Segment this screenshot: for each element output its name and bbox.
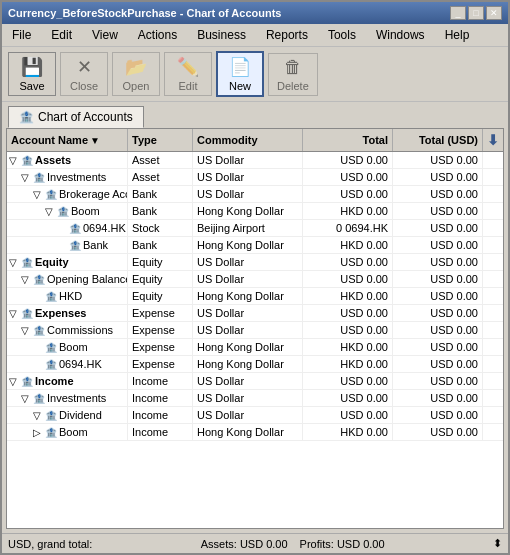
- account-name-cell: ▽ 🏦 Investments: [7, 390, 128, 406]
- account-icon: 🏦: [45, 291, 57, 302]
- minimize-button[interactable]: _: [450, 6, 466, 20]
- menu-tools[interactable]: Tools: [322, 26, 362, 44]
- account-icon: 🏦: [33, 172, 45, 183]
- expand-arrow[interactable]: ▽: [21, 325, 31, 336]
- table-row[interactable]: ▽ 🏦 Income Income US Dollar USD 0.00 USD…: [7, 373, 503, 390]
- account-name-text: Brokerage Account: [59, 188, 128, 200]
- window-controls: _ □ ✕: [450, 6, 502, 20]
- open-button[interactable]: 📂 Open: [112, 52, 160, 96]
- account-name-cell: 🏦 Bank: [7, 237, 128, 253]
- table-row[interactable]: ▽ 🏦 Investments Income US Dollar USD 0.0…: [7, 390, 503, 407]
- expand-arrow[interactable]: ▽: [9, 308, 19, 319]
- menu-view[interactable]: View: [86, 26, 124, 44]
- expand-arrow[interactable]: ▽: [9, 376, 19, 387]
- maximize-button[interactable]: □: [468, 6, 484, 20]
- row-action-cell: [483, 424, 503, 440]
- toolbar: 💾 Save ✕ Close 📂 Open ✏️ Edit 📄 New 🗑 De…: [2, 47, 508, 102]
- type-cell: Asset: [128, 169, 193, 185]
- account-name-cell: ▽ 🏦 Boom: [7, 203, 128, 219]
- table-row[interactable]: ▽ 🏦 Boom Bank Hong Kong Dollar HKD 0.00 …: [7, 203, 503, 220]
- expand-arrow[interactable]: ▷: [33, 427, 43, 438]
- table-row[interactable]: ▽ 🏦 Assets Asset US Dollar USD 0.00 USD …: [7, 152, 503, 169]
- total-cell: USD 0.00: [303, 322, 393, 338]
- table-body: ▽ 🏦 Assets Asset US Dollar USD 0.00 USD …: [7, 152, 503, 528]
- commodity-cell: Hong Kong Dollar: [193, 356, 303, 372]
- delete-icon: 🗑: [284, 57, 302, 78]
- total-usd-cell: USD 0.00: [393, 322, 483, 338]
- expand-arrow[interactable]: ▽: [21, 172, 31, 183]
- table-row[interactable]: ▽ 🏦 Dividend Income US Dollar USD 0.00 U…: [7, 407, 503, 424]
- table-row[interactable]: ▽ 🏦 Opening Balances Equity US Dollar US…: [7, 271, 503, 288]
- type-cell: Bank: [128, 237, 193, 253]
- content-area: Account Name ▼ Type Commodity Total Tota…: [6, 128, 504, 529]
- table-row[interactable]: ▽ 🏦 Brokerage Account Bank US Dollar USD…: [7, 186, 503, 203]
- table-row[interactable]: 🏦 HKD Equity Hong Kong Dollar HKD 0.00 U…: [7, 288, 503, 305]
- table-row[interactable]: ▽ 🏦 Expenses Expense US Dollar USD 0.00 …: [7, 305, 503, 322]
- account-name-text: Boom: [71, 205, 100, 217]
- type-cell: Equity: [128, 271, 193, 287]
- account-icon: 🏦: [45, 342, 57, 353]
- menu-reports[interactable]: Reports: [260, 26, 314, 44]
- menu-bar: File Edit View Actions Business Reports …: [2, 24, 508, 47]
- expand-arrow[interactable]: ▽: [21, 274, 31, 285]
- table-row[interactable]: ▽ 🏦 Equity Equity US Dollar USD 0.00 USD…: [7, 254, 503, 271]
- account-name-cell: 🏦 0694.HK: [7, 220, 128, 236]
- type-cell: Expense: [128, 356, 193, 372]
- table-row[interactable]: 🏦 0694.HK Stock Beijing Airport 0 0694.H…: [7, 220, 503, 237]
- table-row[interactable]: ▽ 🏦 Investments Asset US Dollar USD 0.00…: [7, 169, 503, 186]
- commodity-cell: Hong Kong Dollar: [193, 339, 303, 355]
- filter-icon[interactable]: ⬇: [487, 132, 499, 148]
- menu-help[interactable]: Help: [439, 26, 476, 44]
- total-cell: USD 0.00: [303, 373, 393, 389]
- header-filter[interactable]: ⬇: [483, 129, 503, 151]
- account-name-text: Commissions: [47, 324, 113, 336]
- account-icon: 🏦: [69, 240, 81, 251]
- type-cell: Income: [128, 424, 193, 440]
- table-row[interactable]: ▷ 🏦 Boom Income Hong Kong Dollar HKD 0.0…: [7, 424, 503, 441]
- expand-arrow[interactable]: ▽: [9, 257, 19, 268]
- total-cell: HKD 0.00: [303, 339, 393, 355]
- row-action-cell: [483, 322, 503, 338]
- menu-edit[interactable]: Edit: [45, 26, 78, 44]
- row-action-cell: [483, 203, 503, 219]
- save-button[interactable]: 💾 Save: [8, 52, 56, 96]
- close-button[interactable]: ✕ Close: [60, 52, 108, 96]
- row-action-cell: [483, 390, 503, 406]
- header-total: Total: [303, 129, 393, 151]
- account-name-text: Dividend: [59, 409, 102, 421]
- row-action-cell: [483, 254, 503, 270]
- account-name-cell: ▽ 🏦 Dividend: [7, 407, 128, 423]
- expand-arrow[interactable]: ▽: [45, 206, 55, 217]
- tab-chart-of-accounts[interactable]: 🏦 Chart of Accounts: [8, 106, 144, 128]
- expand-arrow[interactable]: ▽: [33, 189, 43, 200]
- status-bar: USD, grand total: Assets: USD 0.00 Profi…: [2, 533, 508, 553]
- expand-arrow[interactable]: ▽: [21, 393, 31, 404]
- expand-arrow[interactable]: ▽: [9, 155, 19, 166]
- total-cell: HKD 0.00: [303, 237, 393, 253]
- total-cell: USD 0.00: [303, 390, 393, 406]
- account-name-cell: ▽ 🏦 Assets: [7, 152, 128, 168]
- table-row[interactable]: 🏦 Bank Bank Hong Kong Dollar HKD 0.00 US…: [7, 237, 503, 254]
- edit-button[interactable]: ✏️ Edit: [164, 52, 212, 96]
- menu-windows[interactable]: Windows: [370, 26, 431, 44]
- row-action-cell: [483, 169, 503, 185]
- expand-arrow[interactable]: ▽: [33, 410, 43, 421]
- new-button[interactable]: 📄 New: [216, 51, 264, 97]
- account-icon: 🏦: [21, 308, 33, 319]
- table-row[interactable]: 🏦 0694.HK Expense Hong Kong Dollar HKD 0…: [7, 356, 503, 373]
- close-button[interactable]: ✕: [486, 6, 502, 20]
- delete-button[interactable]: 🗑 Delete: [268, 53, 318, 96]
- account-name-text: Boom: [59, 341, 88, 353]
- scroll-control[interactable]: ⬍: [493, 537, 502, 550]
- menu-actions[interactable]: Actions: [132, 26, 183, 44]
- table-row[interactable]: ▽ 🏦 Commissions Expense US Dollar USD 0.…: [7, 322, 503, 339]
- row-action-cell: [483, 220, 503, 236]
- menu-business[interactable]: Business: [191, 26, 252, 44]
- table-row[interactable]: 🏦 Boom Expense Hong Kong Dollar HKD 0.00…: [7, 339, 503, 356]
- total-usd-cell: USD 0.00: [393, 220, 483, 236]
- sort-icon[interactable]: ▼: [90, 135, 100, 146]
- commodity-cell: Hong Kong Dollar: [193, 203, 303, 219]
- open-label: Open: [123, 80, 150, 92]
- edit-label: Edit: [179, 80, 198, 92]
- menu-file[interactable]: File: [6, 26, 37, 44]
